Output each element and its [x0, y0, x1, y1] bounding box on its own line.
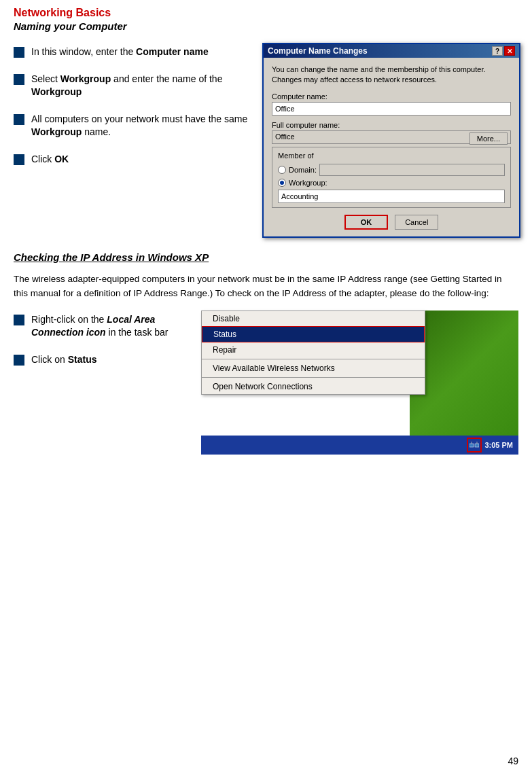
bullet-2: Select Workgroup and enter the name of t… [14, 73, 251, 99]
full-name-value: Office More... [272, 130, 511, 144]
page-number: 49 [508, 756, 518, 766]
domain-radio-row: Domain: [278, 164, 505, 176]
workgroup-label: Workgroup: [289, 179, 327, 187]
computer-name-input[interactable] [272, 102, 511, 116]
menu-item-open-connections[interactable]: Open Network Connections [202, 379, 425, 394]
section2-paragraph: The wireless adapter-equipped computers … [14, 272, 518, 301]
dialog-title: Computer Name Changes [268, 46, 368, 56]
cancel-button[interactable]: Cancel [395, 215, 438, 230]
domain-input[interactable] [319, 164, 505, 176]
page-title: Networking Basics [14, 7, 518, 19]
menu-item-wireless-networks[interactable]: View Available Wireless Networks [202, 361, 425, 376]
page-subtitle: Naming your Computer [14, 20, 518, 32]
bullet-icon-6 [14, 355, 24, 366]
menu-item-status[interactable]: Status [202, 326, 425, 342]
workgroup-input[interactable] [278, 190, 505, 203]
taskbar-tray: 3:05 PM [467, 438, 518, 453]
dialog-body: You can change the name and the membersh… [264, 58, 519, 236]
dialog-titlebar-buttons: ? ✕ [492, 46, 515, 56]
full-name-label: Full computer name: [272, 121, 511, 129]
bullet-text-5: Right-click on the Local Area Connection… [31, 313, 190, 340]
svg-rect-0 [469, 444, 474, 447]
menu-item-repair[interactable]: Repair [202, 342, 425, 357]
computer-name-dialog: Computer Name Changes ? ✕ You can change… [262, 43, 520, 238]
bullet-1: In this window, enter the Computer name [14, 46, 251, 59]
svg-rect-1 [475, 444, 479, 447]
domain-radio[interactable] [278, 166, 286, 174]
ok-button[interactable]: OK [344, 215, 389, 230]
dialog-description: You can change the name and the membersh… [272, 65, 511, 86]
domain-label: Domain: [289, 166, 317, 174]
help-button[interactable]: ? [492, 46, 503, 56]
member-of-label: Member of [278, 152, 505, 160]
bottom-bullets: Right-click on the Local Area Connection… [14, 311, 190, 455]
bullet-icon-2 [14, 74, 24, 85]
bullet-text-1: In this window, enter the Computer name [31, 46, 209, 59]
member-of-group: Member of Domain: Workgroup: [272, 147, 511, 208]
bullet-4: Click OK [14, 153, 251, 166]
bullet-icon-3 [14, 114, 24, 125]
bullet-text-6: Click on Status [31, 353, 96, 367]
menu-divider2 [202, 377, 425, 378]
menu-item-disable[interactable]: Disable [202, 311, 425, 326]
bullet-text-4: Click OK [31, 153, 69, 166]
bullet-text-2: Select Workgroup and enter the name of t… [31, 73, 251, 99]
close-button[interactable]: ✕ [504, 46, 515, 56]
dialog-buttons: OK Cancel [272, 215, 511, 230]
workgroup-radio-row: Workgroup: [278, 179, 505, 187]
section2-heading: Checking the IP Address in Windows XP [14, 251, 518, 263]
bullet-text-3: All computers on your network must have … [31, 113, 251, 139]
computer-name-label: Computer name: [272, 92, 511, 101]
menu-divider [202, 359, 425, 359]
context-menu: Disable Status Repair View Available Wir… [201, 311, 425, 395]
more-button[interactable]: More... [469, 132, 508, 145]
bullet-icon-4 [14, 154, 24, 165]
top-bullets: In this window, enter the Computer name … [14, 43, 251, 238]
network-icon [469, 441, 479, 449]
bullet-icon-1 [14, 47, 24, 58]
taskbar-time: 3:05 PM [484, 441, 513, 449]
bullet-6: Click on Status [14, 353, 190, 367]
dialog-titlebar: Computer Name Changes ? ✕ [264, 44, 519, 58]
bullet-5: Right-click on the Local Area Connection… [14, 313, 190, 340]
taskbar: 3:05 PM [201, 436, 518, 455]
network-icon-box [467, 438, 482, 453]
workgroup-radio[interactable] [278, 179, 286, 187]
context-menu-screenshot: Disable Status Repair View Available Wir… [201, 311, 518, 455]
bullet-3: All computers on your network must have … [14, 113, 251, 139]
bullet-icon-5 [14, 315, 24, 325]
